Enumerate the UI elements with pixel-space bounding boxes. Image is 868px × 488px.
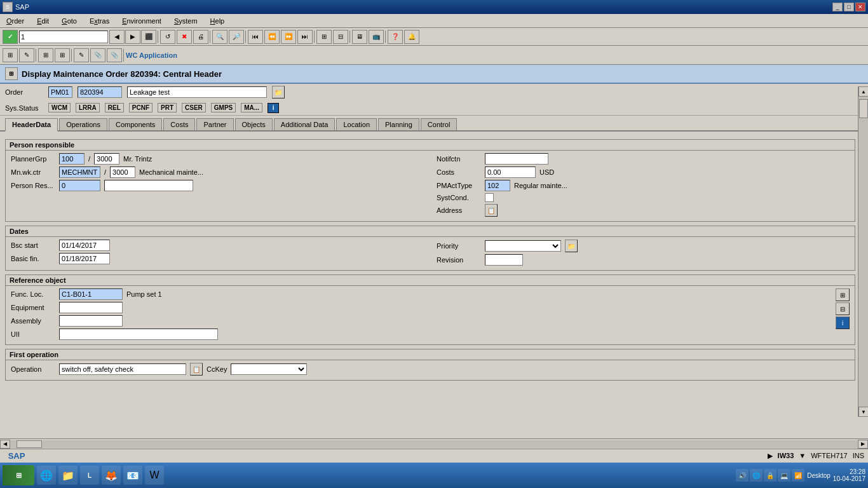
find-next-btn[interactable]: 🔎 bbox=[229, 30, 244, 44]
confirm-btn[interactable]: ✓ bbox=[3, 30, 18, 44]
equipment-input[interactable] bbox=[59, 302, 123, 313]
tab-control[interactable]: Control bbox=[421, 118, 457, 130]
help-btn[interactable]: ❓ bbox=[388, 30, 403, 44]
planner-grp-input1[interactable] bbox=[59, 153, 85, 165]
planner-grp-input2[interactable] bbox=[94, 153, 119, 165]
nav-forward-btn[interactable]: ▶ bbox=[125, 30, 140, 44]
cckey-dropdown[interactable] bbox=[231, 363, 307, 375]
close-button[interactable]: ✕ bbox=[855, 3, 865, 11]
taskbar-outlook-icon[interactable]: 📧 bbox=[123, 466, 142, 485]
taskbar-firefox-icon[interactable]: 🦊 bbox=[102, 466, 121, 485]
scroll-left-btn[interactable]: ◀ bbox=[0, 440, 10, 449]
dates-folder-btn[interactable]: 📁 bbox=[565, 240, 578, 252]
mn-wk-ctr-input2[interactable] bbox=[110, 166, 135, 178]
tab-objects[interactable]: Objects bbox=[235, 118, 273, 130]
menu-extras[interactable]: Extras bbox=[86, 16, 113, 26]
app-btn2[interactable]: ✎ bbox=[19, 48, 34, 62]
minimize-button[interactable]: _ bbox=[832, 3, 843, 11]
right-scrollbar[interactable]: ▲ ▼ bbox=[858, 86, 868, 417]
priority-dropdown[interactable] bbox=[485, 240, 561, 252]
notifctn-input[interactable] bbox=[485, 153, 548, 165]
prev-page-btn[interactable]: ⏪ bbox=[264, 30, 280, 44]
app-btn1[interactable]: ⊞ bbox=[3, 48, 18, 62]
operation-input[interactable] bbox=[59, 363, 186, 375]
app-btn4[interactable]: ⊞ bbox=[55, 48, 70, 62]
order-folder-btn[interactable]: 📁 bbox=[272, 86, 285, 98]
tab-additional-data[interactable]: Additional Data bbox=[274, 118, 336, 130]
command-input[interactable] bbox=[19, 30, 108, 43]
screen-btn[interactable]: 🖥 bbox=[352, 30, 367, 44]
menu-system[interactable]: System bbox=[170, 16, 201, 26]
scroll-up-btn[interactable]: ▲ bbox=[858, 86, 868, 97]
tray-icon2[interactable]: 🌐 bbox=[750, 469, 763, 482]
taskbar-ie-icon[interactable]: 🌐 bbox=[37, 466, 56, 485]
cancel-btn[interactable]: ✖ bbox=[177, 30, 192, 44]
refresh-btn[interactable]: ↺ bbox=[160, 30, 175, 44]
app-btn6[interactable]: 📎 bbox=[90, 48, 105, 62]
app-btn5[interactable]: ✎ bbox=[74, 48, 89, 62]
nav-back-btn[interactable]: ◀ bbox=[109, 30, 125, 44]
tab-operations[interactable]: Operations bbox=[59, 118, 107, 130]
app-btn7[interactable]: 📎 bbox=[107, 48, 122, 62]
pmact-type-input[interactable] bbox=[485, 180, 510, 191]
tray-icon5[interactable]: 📶 bbox=[792, 469, 804, 482]
h-scrollbar[interactable]: ◀ ▶ bbox=[0, 438, 868, 449]
scroll-thumb[interactable] bbox=[17, 440, 42, 448]
scroll-track-vert[interactable] bbox=[858, 97, 868, 407]
grid2-btn[interactable]: ⊟ bbox=[333, 30, 348, 44]
person-res-input1[interactable] bbox=[59, 180, 100, 191]
tray-icon1[interactable]: 🔊 bbox=[736, 469, 749, 482]
tray-icon3[interactable]: 🔒 bbox=[764, 469, 776, 482]
costs-input[interactable] bbox=[485, 166, 536, 178]
func-loc-input[interactable] bbox=[59, 288, 123, 300]
revision-input[interactable] bbox=[485, 254, 523, 266]
scroll-track[interactable] bbox=[10, 440, 858, 448]
taskbar-folder-icon[interactable]: 📁 bbox=[58, 466, 78, 485]
assembly-input[interactable] bbox=[59, 315, 123, 327]
func-loc-action-btn[interactable]: ⊞ bbox=[836, 288, 850, 301]
maximize-button[interactable]: □ bbox=[844, 3, 854, 11]
taskbar-word-icon[interactable]: W bbox=[145, 466, 164, 485]
tab-costs[interactable]: Costs bbox=[163, 118, 195, 130]
grid-btn[interactable]: ⊞ bbox=[316, 30, 332, 44]
operation-detail-btn[interactable]: 📋 bbox=[190, 363, 203, 376]
last-page-btn[interactable]: ⏭ bbox=[297, 30, 313, 44]
scroll-down-btn[interactable]: ▼ bbox=[858, 407, 868, 417]
customize-btn[interactable]: 🔔 bbox=[404, 30, 419, 44]
print-btn[interactable]: 🖨 bbox=[193, 30, 208, 44]
basic-fin-input[interactable] bbox=[59, 253, 110, 264]
taskbar-lenovo-icon[interactable]: L bbox=[80, 466, 99, 485]
order-type-input[interactable] bbox=[48, 86, 72, 98]
tab-header-data[interactable]: HeaderData bbox=[5, 118, 58, 132]
menu-help[interactable]: Help bbox=[207, 16, 229, 26]
order-description-input[interactable] bbox=[127, 86, 267, 98]
app-btn3[interactable]: ⊞ bbox=[38, 48, 53, 62]
tab-planning[interactable]: Planning bbox=[378, 118, 419, 130]
person-res-input2[interactable] bbox=[104, 180, 193, 191]
find-btn[interactable]: 🔍 bbox=[212, 30, 227, 44]
menu-edit[interactable]: Edit bbox=[33, 16, 53, 26]
sap-session-dropdown[interactable]: ▼ bbox=[799, 452, 806, 460]
menu-goto[interactable]: Goto bbox=[58, 16, 81, 26]
menu-environment[interactable]: Environment bbox=[118, 16, 165, 26]
bsc-start-input[interactable] bbox=[59, 240, 110, 251]
equipment-action-btn[interactable]: ⊟ bbox=[836, 302, 850, 315]
menu-order[interactable]: Order bbox=[3, 16, 28, 26]
nav-history-btn[interactable]: ⬛ bbox=[141, 30, 156, 44]
next-page-btn[interactable]: ⏩ bbox=[281, 30, 296, 44]
tray-icon4[interactable]: 💻 bbox=[778, 469, 790, 482]
first-page-btn[interactable]: ⏮ bbox=[248, 30, 263, 44]
screen2-btn[interactable]: 📺 bbox=[369, 30, 384, 44]
tab-partner[interactable]: Partner bbox=[196, 118, 233, 130]
tab-components[interactable]: Components bbox=[109, 118, 162, 130]
tab-location[interactable]: Location bbox=[336, 118, 377, 130]
status-info-btn[interactable]: i bbox=[268, 103, 279, 113]
address-btn[interactable]: 📋 bbox=[485, 204, 498, 217]
order-number-input[interactable] bbox=[78, 86, 122, 98]
mn-wk-ctr-input1[interactable] bbox=[59, 166, 100, 178]
uii-input[interactable] bbox=[59, 329, 218, 340]
syst-cond-checkbox[interactable] bbox=[485, 193, 494, 202]
start-button[interactable]: ⊞ bbox=[3, 465, 34, 485]
info-action-btn[interactable]: i bbox=[836, 316, 850, 329]
scroll-right-btn[interactable]: ▶ bbox=[858, 440, 868, 449]
